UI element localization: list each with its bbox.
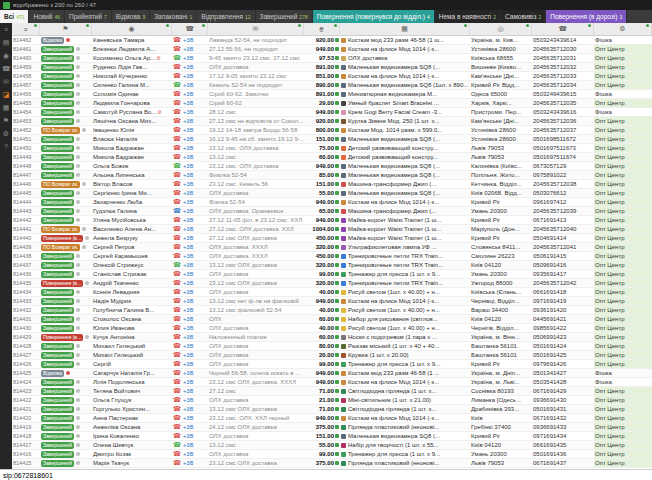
- phone-call-icon[interactable]: ☎: [173, 397, 181, 404]
- order-row[interactable]: 814456ЗавершенийСоломія Одинак☎+ЗВСірий …: [12, 90, 652, 99]
- phone-call-icon[interactable]: ☎: [173, 253, 181, 260]
- order-row[interactable]: 814451ЗавершенийВласюк Наталія☎+ЗВ16.12 …: [12, 135, 652, 144]
- callback-button[interactable]: +ЗВ: [183, 235, 193, 241]
- order-row[interactable]: 814424ЗавершенийЛілія Подолянська☎+ЗВ23.…: [12, 378, 652, 387]
- callback-button[interactable]: +ЗВ: [183, 442, 193, 448]
- callback-button[interactable]: +ЗВ: [183, 433, 193, 439]
- tab-accepted[interactable]: Прийнятий7: [65, 10, 112, 23]
- tab-pickup[interactable]: Самовивіз2: [501, 10, 546, 23]
- order-row[interactable]: 814417ЗавершенийОлена Шевчук☎+ЗВ13.12 см…: [12, 441, 652, 450]
- order-row[interactable]: 814462ВідмоваКаневська Тамара☎+ЗВЛаванда…: [12, 36, 652, 45]
- phone-call-icon[interactable]: ☎: [173, 424, 181, 431]
- phone-call-icon[interactable]: ☎: [173, 199, 181, 206]
- callback-button[interactable]: +ЗВ: [183, 208, 193, 214]
- column-header-order-id[interactable]: ≡: [12, 23, 40, 35]
- callback-button[interactable]: +ЗВ: [183, 316, 193, 322]
- phone-call-icon[interactable]: ☎: [173, 388, 181, 395]
- phone-call-icon[interactable]: ☎: [173, 163, 181, 170]
- callback-button[interactable]: +ЗВ: [183, 253, 193, 259]
- order-row[interactable]: 814447ЗавершенийАльона Липенська☎+ЗВФиал…: [12, 171, 652, 180]
- order-row[interactable]: 814448ЗавершенийОльга Божик☎+ЗВ23.12 смс…: [12, 162, 652, 171]
- help-icon[interactable]: ?: [4, 143, 8, 150]
- phone-call-icon[interactable]: ☎: [173, 127, 181, 134]
- flag-icon[interactable]: ⚑: [3, 117, 9, 124]
- phone-call-icon[interactable]: ☎: [173, 136, 181, 143]
- stats-icon[interactable]: ◪: [3, 91, 10, 98]
- order-row[interactable]: 814460ЗавершенийКосименко Ольга Ар...⊘☎+…: [12, 54, 652, 63]
- callback-button[interactable]: +ЗВ: [183, 136, 193, 142]
- callback-button[interactable]: +ЗВ: [183, 127, 193, 133]
- phone-call-icon[interactable]: ☎: [173, 415, 181, 422]
- order-row[interactable]: 814458ЗавершенийНиколай Кучеренко☎+ЗВ17.…: [12, 72, 652, 81]
- callback-button[interactable]: +ЗВ: [183, 370, 193, 376]
- callback-button[interactable]: +ЗВ: [183, 64, 193, 70]
- callback-button[interactable]: +ЗВ: [183, 379, 193, 385]
- order-row[interactable]: 814434ЗавершенийКсенія Левадняя☎+ЗВОЛХ д…: [12, 288, 652, 297]
- phone-call-icon[interactable]: ☎: [173, 181, 181, 188]
- tab-declined[interactable]: Відмова9: [112, 10, 150, 23]
- phone-call-icon[interactable]: ☎: [173, 145, 181, 152]
- order-row[interactable]: 814438ЗавершенийСергей Карамышев☎+ЗВОЛХ …: [12, 252, 652, 261]
- order-row[interactable]: 814452ПО Возврат ок.Іващенко Юлія☎+ЗВ19.…: [12, 126, 652, 135]
- phone-call-icon[interactable]: ☎: [173, 460, 181, 467]
- callback-button[interactable]: +ЗВ: [183, 334, 193, 340]
- phone-call-icon[interactable]: ☎: [173, 208, 181, 215]
- phone-call-icon[interactable]: ☎: [173, 235, 181, 242]
- order-row[interactable]: 814418ЗавершенийІрина Коваленко☎+ЗВОЛХ д…: [12, 432, 652, 441]
- tab-completed[interactable]: Завершений278: [256, 10, 313, 23]
- phone-call-icon[interactable]: ☎: [173, 37, 181, 44]
- phone-call-icon[interactable]: ☎: [173, 262, 181, 269]
- phone-call-icon[interactable]: ☎: [173, 280, 181, 287]
- callback-button[interactable]: +ЗВ: [183, 46, 193, 52]
- order-row[interactable]: 814421ЗавершенийГоргулько Христин...☎+ЗВ…: [12, 405, 652, 414]
- tab-all[interactable]: Всі471: [0, 10, 29, 23]
- callback-button[interactable]: +ЗВ: [183, 82, 193, 88]
- order-row[interactable]: 814427ЗавершенийМихаіл Гилецький☎+ЗВОЛХ …: [12, 351, 652, 360]
- order-row[interactable]: 814443ЗавершенийГудзлюк Галина☎+ЗВОЛХ до…: [12, 207, 652, 216]
- tab-packed[interactable]: Запаковані1: [150, 10, 197, 23]
- callback-button[interactable]: +ЗВ: [183, 388, 193, 394]
- phone-call-icon[interactable]: ☎: [173, 118, 181, 125]
- callback-button[interactable]: +ЗВ: [183, 289, 193, 295]
- callback-button[interactable]: +ЗВ: [183, 181, 193, 187]
- phone-call-icon[interactable]: ☎: [173, 325, 181, 332]
- phone-call-icon[interactable]: ☎: [173, 352, 181, 359]
- order-row[interactable]: 814419ЗавершенийАнжеліка Оксана☎+ЗВ24.12…: [12, 423, 652, 432]
- order-row[interactable]: 814437ЗавершенийОлексій Стрижеус☎+ЗВ13.1…: [12, 261, 652, 270]
- column-header-address[interactable]: ◎: [470, 23, 532, 35]
- column-header-phone[interactable]: ☎: [532, 23, 594, 35]
- order-row[interactable]: 814446ПО Возврат ок.Віктор Власов☎+ЗВ23.…: [12, 180, 652, 189]
- column-header-source[interactable]: ⚙: [594, 23, 652, 35]
- tab-return-in-transit[interactable]: Повернення (в дорозі)3: [546, 10, 627, 23]
- order-row[interactable]: 814436ЗавершенийСтаніслав Стрижак☎+ЗВОЛХ…: [12, 270, 652, 279]
- order-row[interactable]: 814444ЗавершенийЗахарченко Люба☎+ЗВФіалк…: [12, 198, 652, 207]
- order-row[interactable]: 814416ЗавершенийДмитро Козак☎+ЗВОЛХ дост…: [12, 450, 652, 459]
- order-row[interactable]: 814428ЗавершенийМихаил Гилецький☎+ЗВОЛХ …: [12, 342, 652, 351]
- callback-button[interactable]: +ЗВ: [183, 55, 193, 61]
- callback-button[interactable]: +ЗВ: [183, 37, 193, 43]
- contacts-icon[interactable]: ◉: [3, 52, 9, 59]
- phone-call-icon[interactable]: ☎: [173, 190, 181, 197]
- phone-call-icon[interactable]: ☎: [173, 289, 181, 296]
- tab-shipped[interactable]: Відправлення12: [197, 10, 255, 23]
- callback-button[interactable]: +ЗВ: [183, 100, 193, 106]
- callback-button[interactable]: +ЗВ: [183, 226, 193, 232]
- order-row[interactable]: 814426ЗавершенийСергій☎+ЗВОЛХ доставка99…: [12, 360, 652, 369]
- phone-call-icon[interactable]: ☎: [173, 91, 181, 98]
- phone-call-icon[interactable]: ☎: [173, 244, 181, 251]
- tab-new[interactable]: Новий46: [29, 10, 65, 23]
- phone-call-icon[interactable]: ☎: [173, 109, 181, 116]
- order-row[interactable]: 814441ПО Возврат ок.Василенко Алена Ан..…: [12, 225, 652, 234]
- phone-call-icon[interactable]: ☎: [173, 73, 181, 80]
- phone-call-icon[interactable]: ☎: [173, 217, 181, 224]
- order-row[interactable]: 814432ЗавершенийГолубнича Галина В...☎+З…: [12, 306, 652, 315]
- callback-button[interactable]: +ЗВ: [183, 244, 193, 250]
- callback-button[interactable]: +ЗВ: [183, 424, 193, 430]
- order-row[interactable]: 814420ЗавершенийАнна Пастернак☎+ЗВ23.12 …: [12, 414, 652, 423]
- column-header-product[interactable]: ▦: [340, 23, 470, 35]
- tab-out-of-stock[interactable]: Нема в наявності2: [435, 10, 501, 23]
- callback-button[interactable]: +ЗВ: [183, 397, 193, 403]
- order-row[interactable]: 814440Повернення (в...Анжела Безруку☎+ЗВ…: [12, 234, 652, 243]
- callback-button[interactable]: +ЗВ: [183, 415, 193, 421]
- mail-icon[interactable]: ✉: [3, 78, 9, 85]
